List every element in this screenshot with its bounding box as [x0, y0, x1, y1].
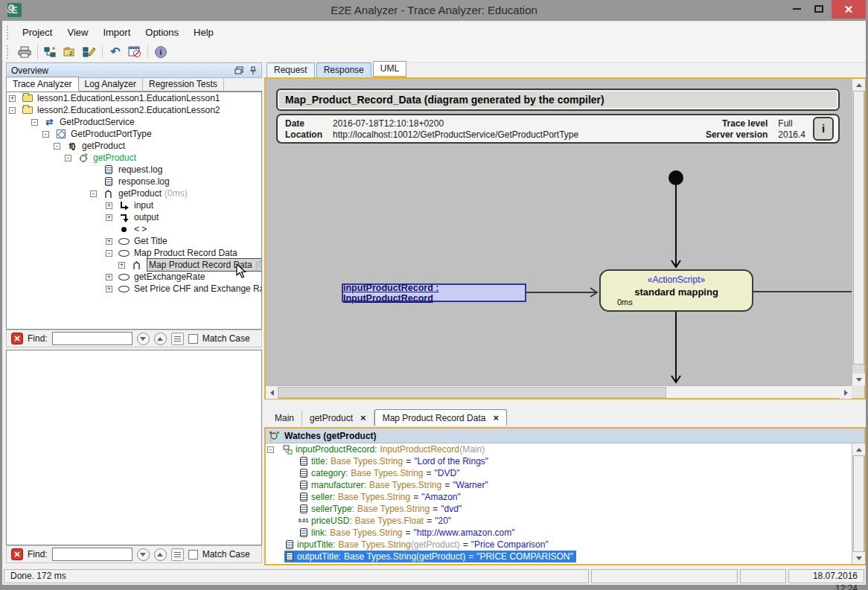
scrollbar-thumb[interactable] [278, 387, 666, 398]
find-prev-button[interactable] [154, 548, 167, 561]
expander[interactable]: - [90, 190, 97, 197]
tree-item-porttype[interactable]: -GetProductPortType [7, 128, 261, 140]
diagram-info-button[interactable]: i [813, 117, 834, 141]
menu-view[interactable]: View [60, 24, 95, 41]
vertical-scrollbar[interactable] [852, 79, 864, 385]
menu-options[interactable]: Options [138, 24, 186, 41]
highlight-all-button[interactable] [171, 548, 184, 561]
close-button[interactable]: ✕ [832, 0, 866, 19]
tab-request[interactable]: Request [267, 62, 315, 77]
horizontal-scrollbar[interactable] [266, 385, 852, 398]
tree-item-operation[interactable]: -f()getProduct [7, 140, 261, 152]
close-tab-icon[interactable] [493, 412, 499, 423]
info-button[interactable]: i [152, 44, 170, 60]
import-trace-button[interactable] [42, 44, 60, 60]
tab-regression-tests[interactable]: Regression Tests [143, 77, 224, 91]
undo-button[interactable]: ↶ [106, 44, 124, 60]
match-case-checkbox[interactable] [188, 550, 198, 559]
open-model-button[interactable]: 2 [61, 44, 79, 60]
pin-panel-button[interactable] [249, 66, 257, 75]
watch-row[interactable]: link:Base Types.String="http://www.amazo… [266, 527, 852, 539]
find-close-button[interactable]: ✕ [11, 333, 23, 344]
toolbar-grip[interactable] [7, 45, 10, 59]
tree-item-map-product-record-data-trace[interactable]: +Map Product Record Data(0ms) [7, 259, 261, 271]
watch-row[interactable]: inputTitle:Base Types.String(getProduct)… [266, 539, 852, 551]
tree-item-response-log[interactable]: response.log [7, 176, 261, 187]
watch-row[interactable]: category:Base Types.String="DVD" [266, 467, 852, 479]
expander[interactable]: - [106, 250, 112, 257]
tree-item-getexchangerate[interactable]: +getExchangeRate [7, 271, 261, 283]
scroll-down-button[interactable] [852, 373, 865, 385]
scroll-up-button[interactable] [852, 79, 865, 91]
watch-row[interactable]: title:Base Types.String="Lord of the Rin… [266, 455, 852, 467]
scroll-left-button[interactable] [266, 386, 278, 399]
expander[interactable]: + [118, 262, 125, 269]
tree-item-lesson2[interactable]: -lesson2.EducationLesson2.EducationLesso… [7, 104, 261, 116]
expander[interactable]: + [106, 214, 112, 221]
tree-item-output[interactable]: +output [7, 211, 261, 223]
maximize-button[interactable] [808, 0, 829, 18]
tab-log-analyzer[interactable]: Log Analyzer [79, 77, 143, 91]
print-button[interactable] [16, 44, 33, 60]
tab-map-product-record-data[interactable]: Map Product Record Data [374, 409, 507, 426]
scroll-up-button[interactable] [852, 443, 865, 455]
find-next-button[interactable] [137, 333, 150, 345]
tree-item-get-title[interactable]: +Get Title [7, 235, 261, 247]
scroll-down-button[interactable] [852, 552, 865, 564]
uml-diagram-canvas[interactable]: Map_Product_Record_Data (diagram generat… [266, 79, 852, 385]
watch-row[interactable]: 0.01priceUSD:Base Types.Float="20" [266, 515, 852, 527]
expander[interactable]: - [31, 119, 38, 126]
expander[interactable]: + [106, 274, 112, 280]
tree-item-set-price[interactable]: +Set Price CHF and Exchange Rate [7, 283, 261, 295]
expander[interactable]: - [65, 155, 71, 161]
menu-import[interactable]: Import [95, 24, 138, 41]
menu-project[interactable]: Project [15, 24, 60, 41]
tree-item-input[interactable]: +input [7, 199, 261, 211]
tree-item-getproduct[interactable]: -getProduct [7, 152, 261, 164]
tree-item-map-product-record-data[interactable]: -Map Product Record Data [7, 247, 261, 259]
expander[interactable]: + [106, 202, 112, 209]
tree-item-getproduct-trace[interactable]: -getProduct(0ms) [7, 187, 261, 199]
menu-help[interactable]: Help [186, 24, 221, 41]
tab-trace-analyzer[interactable]: Trace Analyzer [6, 77, 79, 92]
highlight-all-button[interactable] [171, 333, 184, 345]
tab-getproduct[interactable]: getProduct [302, 410, 374, 426]
tree-item-lesson1[interactable]: +lesson1.EducationLesson1.EducationLesso… [7, 92, 261, 104]
watch-row[interactable]: manufacturer:Base Types.String="Warner" [266, 479, 852, 491]
action-node[interactable]: «ActionScript» standard mapping 0ms [599, 269, 753, 312]
expander[interactable]: + [106, 238, 112, 245]
close-tab-icon[interactable] [360, 412, 366, 423]
tree-item-service[interactable]: -⇄GetProductService [7, 116, 261, 128]
tree-item-request-log[interactable]: request.log [7, 164, 261, 176]
expander[interactable]: - [267, 446, 274, 453]
find-prev-button[interactable] [154, 333, 167, 345]
float-panel-button[interactable] [234, 66, 243, 74]
scroll-right-button[interactable] [840, 386, 852, 399]
expander[interactable]: - [42, 131, 49, 138]
toolbar-grip[interactable] [7, 26, 10, 39]
find-input[interactable] [52, 548, 133, 561]
match-case-checkbox[interactable] [188, 334, 198, 344]
find-close-button[interactable]: ✕ [11, 548, 23, 560]
scrollbar-thumb[interactable] [853, 91, 864, 365]
expander[interactable]: - [54, 143, 60, 150]
edit-trace-button[interactable] [80, 44, 98, 60]
watch-row[interactable]: -inputProductRecord:InputProductRecord(M… [266, 443, 852, 455]
no-schedule-button[interactable] [126, 44, 144, 60]
watches-scrollbar[interactable] [852, 443, 864, 564]
tab-response[interactable]: Response [316, 62, 371, 77]
expander[interactable]: - [9, 107, 16, 114]
scrollbar-thumb[interactable] [853, 455, 864, 552]
tab-main[interactable]: Main [267, 411, 302, 426]
expander[interactable]: + [106, 286, 112, 292]
minimize-button[interactable] [786, 0, 807, 18]
expander[interactable]: + [9, 95, 16, 102]
object-node[interactable]: inputProductRecord : InputProductRecord [342, 283, 526, 302]
find-next-button[interactable] [137, 548, 150, 561]
tab-uml[interactable]: UML [373, 61, 406, 77]
watch-row-selected[interactable]: outputTitle:Base Types.String(getProduct… [266, 551, 852, 562]
watch-row[interactable]: sellerType:Base Types.String="dvd" [266, 503, 852, 515]
find-input[interactable] [52, 332, 133, 345]
tree-item-diamond[interactable]: < > [7, 223, 261, 235]
watch-row[interactable]: seller:Base Types.String="Amazon" [266, 491, 852, 503]
